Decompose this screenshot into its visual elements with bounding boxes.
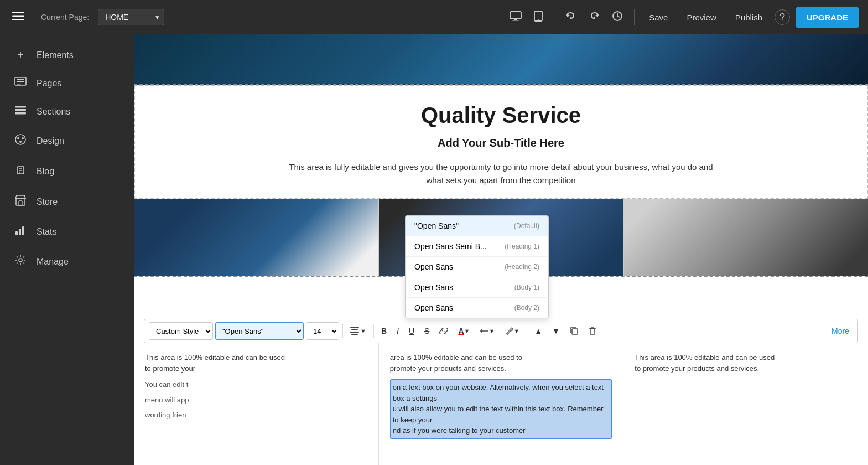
sidebar-item-sections[interactable]: Sections xyxy=(0,97,134,126)
font-size-select[interactable]: 14 12 16 18 24 xyxy=(306,322,339,340)
sidebar-item-store[interactable]: Store xyxy=(0,187,134,217)
svg-rect-4 xyxy=(514,19,517,20)
font-option-open-sans-h2[interactable]: Open Sans (Heading 2) xyxy=(406,257,548,277)
sidebar-item-label-blog: Blog xyxy=(37,167,54,177)
sidebar-item-label-design: Design xyxy=(37,136,64,146)
sidebar-item-label-manage: Manage xyxy=(37,257,69,267)
svg-rect-44 xyxy=(557,241,570,261)
menu-button[interactable] xyxy=(9,9,28,25)
svg-point-19 xyxy=(17,137,19,140)
sidebar: + Elements Pages Sections xyxy=(0,34,134,465)
svg-rect-35 xyxy=(267,229,297,271)
desktop-view-button[interactable] xyxy=(506,9,525,26)
text-column-3[interactable]: This area is 100% editable and can be us… xyxy=(623,343,868,465)
underline-button[interactable]: U xyxy=(405,323,418,339)
duplicate-button[interactable] xyxy=(566,323,583,339)
svg-rect-34 xyxy=(214,236,243,275)
save-button[interactable]: Save xyxy=(642,9,674,25)
svg-rect-29 xyxy=(22,226,24,235)
more-format-button[interactable]: ▼ xyxy=(476,323,498,339)
blog-icon xyxy=(13,164,28,179)
main-canvas: Quality Service Add Your Sub-Title Here … xyxy=(134,34,868,465)
svg-rect-2 xyxy=(12,19,24,20)
hero-image-section xyxy=(134,34,868,85)
canvas-content: Quality Service Add Your Sub-Title Here … xyxy=(134,34,868,465)
font-name-0: "Open Sans" xyxy=(414,221,459,230)
sidebar-item-elements[interactable]: + Elements xyxy=(0,41,134,69)
page-body-text: This area is fully editable and gives yo… xyxy=(280,161,723,187)
svg-rect-64 xyxy=(572,329,578,334)
undo-button[interactable] xyxy=(562,9,580,26)
paint-button[interactable]: ▼ xyxy=(501,323,523,339)
svg-rect-54 xyxy=(761,228,769,243)
more-options-button[interactable]: More xyxy=(828,323,853,339)
sidebar-item-pages[interactable]: Pages xyxy=(0,69,134,97)
style-select[interactable]: Custom Style Heading 1 Heading 2 Body 1 xyxy=(149,322,213,340)
upgrade-button[interactable]: UPGRADE xyxy=(796,7,859,28)
current-page-label: Current Page: xyxy=(41,13,89,22)
svg-point-55 xyxy=(747,230,763,241)
text-column-1[interactable]: This area is 100% editable and can be us… xyxy=(134,343,379,465)
svg-rect-60 xyxy=(351,334,358,335)
sections-icon xyxy=(13,105,28,118)
font-option-open-sans-body2[interactable]: Open Sans (Body 2) xyxy=(406,298,548,318)
font-option-open-sans-body1[interactable]: Open Sans (Body 1) xyxy=(406,277,548,298)
bold-button[interactable]: B xyxy=(377,323,391,339)
design-icon xyxy=(13,133,28,148)
svg-point-50 xyxy=(784,205,812,236)
col2-selected-text[interactable]: on a text box on your website. Alternati… xyxy=(390,379,612,439)
delete-button[interactable] xyxy=(585,323,600,339)
svg-point-21 xyxy=(19,141,22,143)
svg-rect-3 xyxy=(510,12,521,19)
pages-icon xyxy=(13,77,28,90)
font-option-open-sans-h1[interactable]: Open Sans Semi B... (Heading 1) xyxy=(406,236,548,257)
page-select-wrapper[interactable]: HOME ABOUT CONTACT xyxy=(98,9,164,25)
sidebar-item-stats[interactable]: Stats xyxy=(0,217,134,246)
font-tag-1: (Heading 1) xyxy=(505,242,539,250)
font-tag-3: (Body 1) xyxy=(514,283,539,291)
svg-rect-28 xyxy=(19,229,21,235)
page-select[interactable]: HOME ABOUT CONTACT xyxy=(98,9,164,25)
svg-rect-25 xyxy=(16,198,25,205)
text-color-button[interactable]: A ▼ xyxy=(454,323,474,339)
sidebar-item-label-elements: Elements xyxy=(37,50,74,60)
font-dropdown: "Open Sans" (Default) Open Sans Semi B..… xyxy=(405,215,549,318)
svg-rect-31 xyxy=(134,199,378,276)
sidebar-item-design[interactable]: Design xyxy=(0,126,134,156)
help-button[interactable]: ? xyxy=(775,9,790,25)
sidebar-item-manage[interactable]: Manage xyxy=(0,246,134,277)
svg-rect-59 xyxy=(350,332,359,333)
move-up-button[interactable]: ▲ xyxy=(531,323,546,339)
svg-rect-1 xyxy=(12,15,24,17)
topbar-device-icons: Save Preview Publish ? UPGRADE xyxy=(506,7,859,28)
history-button[interactable] xyxy=(609,8,626,27)
preview-button[interactable]: Preview xyxy=(680,9,723,25)
redo-button[interactable] xyxy=(585,9,603,26)
font-tag-4: (Body 2) xyxy=(514,304,539,312)
manage-icon xyxy=(13,254,28,269)
italic-button[interactable]: I xyxy=(393,323,403,339)
col1-editable-text[interactable]: You can edit t menu will app wording fri… xyxy=(145,379,367,421)
mechanic-image-1 xyxy=(134,199,378,276)
font-select[interactable]: "Open Sans" Open Sans Semi B... Open San… xyxy=(215,322,304,340)
store-icon xyxy=(13,194,28,209)
svg-rect-12 xyxy=(17,79,24,80)
text-column-2[interactable]: area is 100% editable and can be used to… xyxy=(379,343,624,465)
svg-rect-58 xyxy=(351,329,358,330)
sidebar-item-blog[interactable]: Blog xyxy=(0,156,134,187)
move-down-button[interactable]: ▼ xyxy=(548,323,564,339)
svg-rect-57 xyxy=(350,327,359,328)
publish-button[interactable]: Publish xyxy=(729,9,769,25)
svg-rect-52 xyxy=(784,235,812,276)
svg-point-7 xyxy=(538,19,539,20)
font-option-open-sans-default[interactable]: "Open Sans" (Default) xyxy=(406,216,548,236)
col2-para1: area is 100% editable and can be used to… xyxy=(390,352,612,374)
svg-rect-38 xyxy=(292,216,297,220)
svg-rect-0 xyxy=(12,12,24,13)
tablet-view-button[interactable] xyxy=(531,8,546,27)
page-sub-title: Add Your Sub-Title Here xyxy=(179,137,823,149)
link-button[interactable] xyxy=(435,323,452,339)
svg-rect-53 xyxy=(775,223,808,246)
strikethrough-button[interactable]: S xyxy=(420,323,433,339)
align-button[interactable]: ▼ xyxy=(346,323,370,339)
